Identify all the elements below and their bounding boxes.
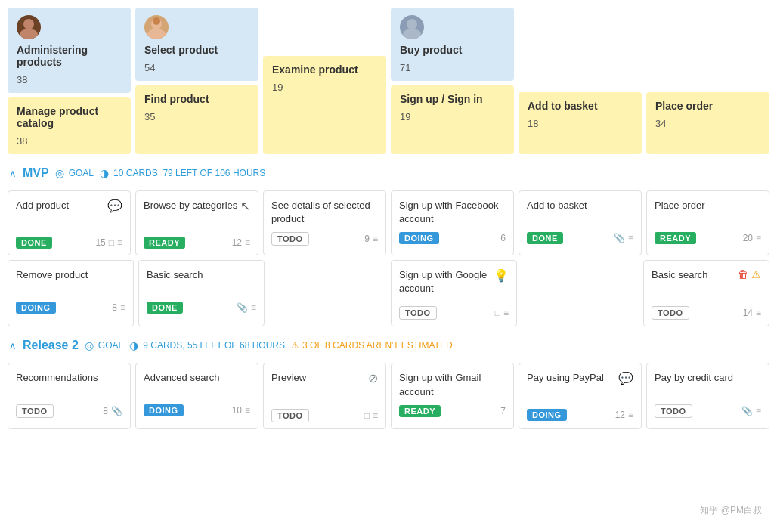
persona-card-3[interactable]: Buy product 71 [391,8,514,81]
target-icon-2: ◎ [85,339,94,351]
mvp-cards-info: ◑ 10 CARDS, 79 LEFT OF 106 HOURS [100,167,265,179]
card-signup-google[interactable]: Sign up with Google account 💡 TODO □ ≡ [391,260,517,326]
persona-title-1: Administering products [17,44,122,68]
persona-num-3: 71 [400,62,505,73]
card-title: Basic search [147,268,256,295]
mvp-row-1: Add product 💬 DONE 15 □ ≡ Browse by cate… [8,190,769,255]
epic-num-2: 35 [144,111,249,122]
menu-icon: ≡ [628,233,633,243]
chat-icon: 💬 [107,199,122,213]
paperclip-icon: 📎 [614,233,625,243]
status-badge: DONE [16,237,52,249]
card-title: Advanced search [144,371,250,398]
menu-icon: ≡ [251,302,256,313]
card-title: Basic search [652,268,707,295]
card-pay-credit[interactable]: Pay by credit card TODO 📎 ≡ [646,363,769,429]
card-preview[interactable]: Preview ⊘ TODO □ ≡ [263,363,386,429]
release2-caret[interactable]: ∧ [9,340,17,351]
release2-title: Release 2 [23,339,79,352]
epic-card-2[interactable]: Find product 35 [135,85,258,154]
card-browse-categories[interactable]: Browse by categories ↖ READY 12 ≡ [135,190,258,255]
card-remove-product[interactable]: Remove product DOING 8 ≡ [8,260,134,326]
persona-card-2[interactable]: Select product 54 [135,8,258,81]
warning-icon: ⚠ [751,268,761,280]
empty-cell-1 [269,260,386,326]
menu-icon: ≡ [245,405,250,416]
status-badge: DOING [527,409,567,421]
epic-title-1: Manage product catalog [17,105,122,129]
branch-icon: ↖ [240,199,250,213]
epic-card-4[interactable]: Sign up / Sign in 19 [391,85,514,154]
release2-header: ∧ Release 2 ◎ GOAL ◑ 9 CARDS, 55 LEFT OF… [8,332,769,358]
mvp-header: ∧ MVP ◎ GOAL ◑ 10 CARDS, 79 LEFT OF 106 … [8,160,769,186]
persona-num-1: 38 [17,74,122,85]
card-title: Recommendations [16,371,122,398]
svg-point-5 [407,19,417,29]
card-pay-paypal[interactable]: Pay using PayPal 💬 DOING 12 ≡ [519,363,642,429]
menu-icon: ≡ [756,308,761,318]
card-number: 8 [112,302,117,313]
trash-icon: 🗑 [738,268,748,280]
card-see-details[interactable]: See details of selected product TODO 9 ≡ [263,190,386,255]
card-title: See details of selected product [271,199,378,226]
comment-icon: □ [109,237,114,248]
card-basic-search-done[interactable]: Basic search DONE 📎 ≡ [138,260,265,326]
epic-num-5: 18 [528,118,633,129]
status-badge: READY [655,232,696,244]
bulb-icon: 💡 [494,268,509,283]
mvp-title: MVP [23,166,49,180]
epic-card-3[interactable]: Examine product 19 [263,56,386,154]
menu-icon: ≡ [120,302,125,313]
comment-icon: □ [364,410,370,421]
card-title: Browse by categories [144,199,237,226]
persona-title-3: Buy product [400,44,505,56]
card-title: Preview [271,371,306,398]
menu-icon: ≡ [373,410,378,421]
card-title: Place order [655,199,761,226]
release2-cards-info: ◑ 9 CARDS, 55 LEFT OF 68 HOURS [129,339,285,351]
no-entry-icon: ⊘ [368,371,378,385]
svg-point-6 [403,29,421,39]
pie-icon: ◑ [100,167,109,179]
epic-title-6: Place order [655,100,760,112]
epic-title-4: Sign up / Sign in [400,93,505,105]
status-badge: TODO [652,306,689,320]
card-recommendations[interactable]: Recommendations TODO 8 📎 [8,363,131,429]
target-icon: ◎ [55,167,64,179]
card-number: 10 [232,405,242,416]
card-number: 6 [500,233,506,243]
board: Administering products 38 Manage product… [0,0,777,441]
epic-title-3: Examine product [272,63,377,76]
card-title: Add to basket [527,199,633,226]
status-badge: TODO [271,409,309,422]
mvp-goal-label: GOAL [69,168,94,178]
release2-warning-text: 3 OF 8 CARDS AREN'T ESTIMATED [302,340,453,351]
release2-goal-label: GOAL [98,340,123,351]
card-title: Pay using PayPal [527,371,604,398]
status-badge: DONE [147,302,183,314]
card-add-basket[interactable]: Add to basket DONE 📎 ≡ [519,190,642,255]
menu-icon: ≡ [503,308,509,318]
epic-card-6[interactable]: Place order 34 [646,92,769,154]
epic-card-1[interactable]: Manage product catalog 38 [8,97,131,154]
card-number: 12 [232,237,242,248]
card-number: 14 [743,308,753,318]
epic-num-4: 19 [400,111,505,122]
svg-point-4 [153,17,160,25]
card-add-product[interactable]: Add product 💬 DONE 15 □ ≡ [8,190,131,255]
release2-row-1: Recommendations TODO 8 📎 Advanced search… [8,363,769,429]
card-basic-search-todo[interactable]: Basic search 🗑 ⚠ TODO 14 ≡ [643,260,769,326]
card-title: Sign up with Google account [399,268,494,295]
status-badge: TODO [655,404,692,418]
card-number: 8 [103,406,108,416]
card-place-order[interactable]: Place order READY 20 ≡ [646,190,769,255]
card-number: 15 [95,237,105,248]
card-signup-facebook[interactable]: Sign up with Facebook account DOING 6 [391,190,514,255]
epic-card-5[interactable]: Add to basket 18 [519,92,642,154]
mvp-caret[interactable]: ∧ [9,168,17,179]
card-advanced-search[interactable]: Advanced search DOING 10 ≡ [135,363,258,429]
epic-title-2: Find product [144,93,249,105]
svg-point-0 [23,19,34,29]
card-signup-gmail[interactable]: Sign up with Gmail account READY 7 [391,363,514,429]
persona-card-1[interactable]: Administering products 38 [8,8,131,93]
